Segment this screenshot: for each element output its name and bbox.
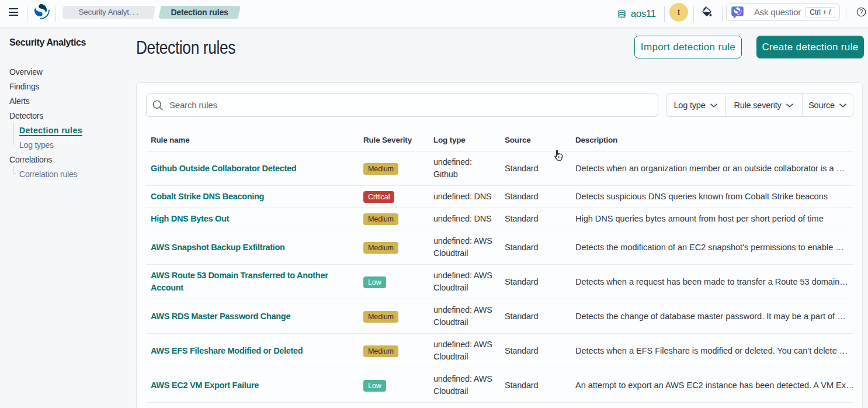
svg-text:?: ? <box>860 9 863 15</box>
